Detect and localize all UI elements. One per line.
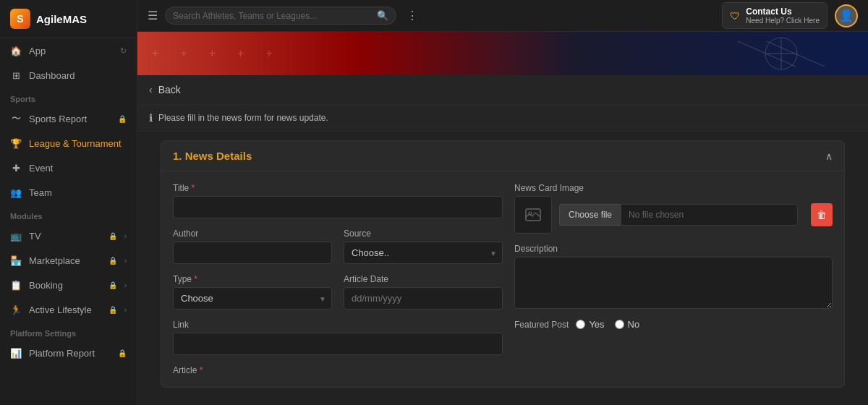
contact-shield-icon: 🛡 — [730, 10, 740, 22]
hero-banner: + + + + + — [137, 32, 868, 75]
title-label: Title * — [173, 183, 503, 193]
article-date-group: Article Date — [344, 274, 503, 310]
sidebar-item-sports-report[interactable]: 〜 Sports Report 🔒 — [0, 106, 137, 131]
no-file-text: No file chosen — [621, 204, 798, 226]
collapse-icon[interactable]: ∧ — [825, 150, 833, 162]
event-icon: ✚ — [10, 162, 22, 174]
radio-no[interactable]: No — [615, 319, 640, 330]
back-arrow-icon: ‹ — [149, 84, 153, 95]
hero-plus-3: + — [209, 47, 216, 60]
hero-plus-5: + — [265, 47, 272, 60]
left-column: Title * Author Source — [173, 183, 503, 375]
sidebar-item-active-lifestyle[interactable]: 🏃 Active Lifestyle 🔒 › — [0, 297, 137, 322]
more-options-icon[interactable]: ⋮ — [407, 9, 418, 22]
description-label: Description — [514, 244, 833, 254]
author-input[interactable] — [173, 242, 332, 264]
type-label: Type * — [173, 274, 332, 284]
info-icon: ℹ — [149, 112, 153, 124]
author-label: Author — [173, 229, 332, 239]
title-input[interactable] — [173, 196, 503, 218]
hero-diagram — [579, 32, 868, 75]
sidebar: S AgileMAS 🏠 App ↻ ⊞ Dashboard Sports 〜 … — [0, 0, 137, 405]
avatar[interactable]: 👤 — [835, 4, 858, 27]
sidebar-item-event[interactable]: ✚ Event — [0, 155, 137, 180]
sidebar-item-dashboard[interactable]: ⊞ Dashboard — [0, 63, 137, 88]
sidebar-item-team[interactable]: 👥 Team — [0, 180, 137, 205]
content-area: ‹ Back ℹ Please fill in the news form fo… — [137, 75, 868, 405]
type-date-row: Type * Choose News Article Blog — [173, 274, 503, 310]
news-details-section: 1. News Details ∧ Title * — [161, 140, 845, 388]
sidebar-item-tv[interactable]: 📺 TV 🔒 › — [0, 223, 137, 248]
search-input[interactable] — [173, 11, 373, 21]
right-column: News Card Image — [514, 183, 833, 375]
form-body: Title * Author Source — [161, 171, 844, 387]
booking-icon: 📋 — [10, 279, 22, 291]
description-textarea[interactable] — [514, 257, 833, 309]
sidebar-label-team: Team — [29, 187, 127, 198]
sidebar-label-dashboard: Dashboard — [29, 70, 127, 81]
info-bar: ℹ Please fill in the news form for news … — [137, 105, 868, 132]
back-bar[interactable]: ‹ Back — [137, 75, 868, 105]
contact-us-button[interactable]: 🛡 Contact Us Need Help? Click Here — [722, 2, 827, 29]
author-source-row: Author Source Choose.. ESPN — [173, 229, 503, 264]
image-placeholder — [514, 196, 552, 234]
back-label: Back — [158, 84, 181, 95]
sidebar-label-app: App — [29, 46, 113, 56]
source-group: Source Choose.. ESPN BBC Sport Sky Sport… — [344, 229, 503, 264]
app-refresh-icon: ↻ — [120, 46, 127, 56]
sidebar-item-platform-report[interactable]: 📊 Platform Report 🔒 — [0, 341, 137, 365]
type-select[interactable]: Choose News Article Blog — [173, 287, 332, 310]
news-card-image-group: News Card Image — [514, 183, 833, 234]
hamburger-icon[interactable]: ☰ — [148, 9, 158, 22]
link-label: Link — [173, 320, 503, 330]
article-date-input[interactable] — [344, 287, 503, 310]
author-group: Author — [173, 229, 332, 264]
source-select[interactable]: Choose.. ESPN BBC Sport Sky Sports — [344, 242, 503, 264]
logo-area: S AgileMAS — [0, 0, 137, 38]
file-input-row: Choose file No file chosen — [559, 204, 798, 226]
radio-yes[interactable]: Yes — [576, 319, 604, 330]
sidebar-label-league: League & Tournament — [29, 138, 127, 149]
link-input[interactable] — [173, 333, 503, 355]
sidebar-label-sports-report: Sports Report — [29, 114, 109, 124]
featured-post-row: Featured Post Yes No — [514, 319, 833, 330]
topbar: ☰ 🔍 ⋮ 🛡 Contact Us Need Help? Click Here… — [137, 0, 868, 32]
sidebar-item-marketplace[interactable]: 🏪 Marketplace 🔒 › — [0, 248, 137, 273]
booking-lock-icon: 🔒 — [109, 281, 117, 289]
sidebar-label-booking: Booking — [29, 280, 100, 291]
info-message: Please fill in the news form for news up… — [158, 113, 328, 123]
section-title: 1. News Details — [173, 150, 252, 162]
sidebar-item-booking[interactable]: 📋 Booking 🔒 › — [0, 273, 137, 297]
league-icon: 🏆 — [10, 137, 22, 149]
active-lifestyle-icon: 🏃 — [10, 304, 22, 315]
featured-yes-label: Yes — [589, 319, 604, 330]
article-group: Article * — [173, 365, 503, 375]
featured-yes-radio[interactable] — [576, 320, 585, 329]
section-modules-label: Modules — [0, 205, 137, 223]
trash-icon: 🗑 — [817, 209, 827, 221]
source-label: Source — [344, 229, 503, 239]
search-icon[interactable]: 🔍 — [377, 10, 388, 21]
sidebar-label-tv: TV — [29, 231, 100, 242]
delete-image-button[interactable]: 🗑 — [811, 203, 833, 226]
featured-post-label: Featured Post — [514, 320, 569, 330]
section-platform-label: Platform Settings — [0, 322, 137, 341]
booking-arrow-icon: › — [124, 281, 127, 289]
team-icon: 👥 — [10, 187, 22, 198]
dashboard-icon: ⊞ — [10, 69, 22, 81]
featured-no-radio[interactable] — [615, 320, 624, 329]
image-upload-area: Choose file No file chosen 🗑 — [514, 196, 833, 234]
sidebar-item-app[interactable]: 🏠 App ↻ — [0, 38, 137, 63]
choose-file-button[interactable]: Choose file — [559, 204, 621, 226]
active-lifestyle-arrow-icon: › — [124, 306, 127, 314]
sidebar-label-active-lifestyle: Active Lifestyle — [29, 304, 100, 315]
sidebar-label-marketplace: Marketplace — [29, 255, 100, 266]
platform-report-lock-icon: 🔒 — [118, 349, 127, 357]
sidebar-item-league-tournament[interactable]: 🏆 League & Tournament — [0, 131, 137, 155]
marketplace-lock-icon: 🔒 — [109, 257, 117, 265]
description-group: Description — [514, 244, 833, 309]
tv-icon: 📺 — [10, 230, 22, 242]
tv-lock-icon: 🔒 — [109, 232, 117, 240]
contact-text: Contact Us Need Help? Click Here — [746, 7, 820, 25]
hero-plus-4: + — [237, 47, 244, 60]
